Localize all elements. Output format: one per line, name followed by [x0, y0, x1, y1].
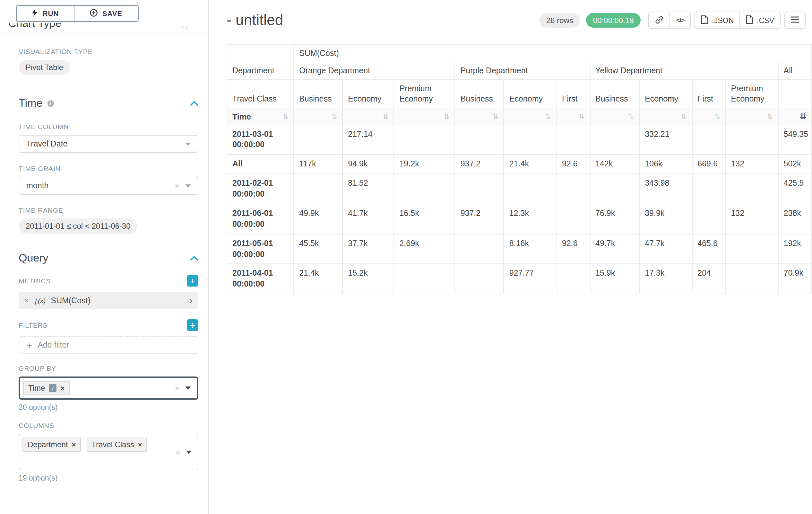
collapse-chevron-icon[interactable] [190, 101, 198, 106]
table-row: 2011-04-01 00:00:0021.4k15.2k927.7715.9k… [227, 264, 812, 294]
group-by-select[interactable]: Time i × × [19, 377, 198, 400]
sort-header-cell: ⇊ [778, 109, 812, 125]
sort-header-cell: ⇅ [692, 109, 725, 125]
data-cell [504, 174, 556, 204]
menu-button[interactable] [784, 11, 806, 29]
sort-icon[interactable]: ⇅ [331, 112, 337, 121]
info-icon [47, 100, 55, 107]
code-icon: </> [676, 17, 685, 24]
plus-circle-icon [90, 9, 98, 18]
time-column-label: TIME COLUMN [19, 123, 198, 130]
chart-header: - untitled 26 rows 00:00:00.18 </> [227, 11, 806, 29]
clear-icon[interactable]: × [176, 448, 180, 456]
data-cell: 16.5k [394, 204, 455, 234]
clear-icon[interactable]: × [175, 182, 180, 190]
group-by-options-hint: 20 option(s) [19, 404, 198, 411]
save-button[interactable]: SAVE [74, 5, 139, 22]
collapse-chevron-icon[interactable] [190, 256, 198, 261]
sort-icon[interactable]: ⇅ [383, 112, 388, 121]
run-button[interactable]: RUN [16, 5, 74, 22]
export-csv-button[interactable]: .CSV [740, 11, 781, 29]
add-metric-button[interactable]: + [187, 275, 198, 287]
corner-cell [227, 45, 294, 62]
time-column-select[interactable]: Travel Date [19, 135, 198, 153]
data-cell [725, 234, 778, 264]
view-query-button[interactable]: </> [670, 11, 691, 29]
time-grain-select[interactable]: month × [19, 177, 198, 195]
time-column-value: Travel Date [26, 139, 67, 148]
column-dimension-label-cell: Department [227, 62, 294, 79]
sort-icon[interactable]: ⇅ [628, 112, 634, 121]
share-link-button[interactable] [649, 11, 670, 29]
time-section-title: Time [19, 97, 42, 110]
add-filter-label: Add filter [37, 341, 69, 350]
sort-header-cell: ⇅ [556, 109, 590, 125]
data-cell: 12.3k [504, 204, 556, 234]
caret-down-icon[interactable] [186, 451, 191, 454]
columns-select[interactable]: Department × Travel Class × × [19, 434, 198, 470]
metric-name: SUM(Cost) [51, 296, 90, 305]
control-panel-sidebar: RUN SAVE Chart Type .. VISUALIZATION TYP… [0, 0, 209, 514]
sort-icon[interactable]: ⇅ [443, 112, 449, 121]
caret-down-icon[interactable] [185, 142, 191, 145]
sort-icon[interactable]: ⇅ [283, 112, 288, 120]
clear-icon[interactable]: × [175, 384, 180, 392]
data-cell: 19.2k [394, 155, 455, 174]
table-row: 2011-02-01 00:00:0081.52343.98425.5 [227, 174, 812, 204]
chip-remove-icon[interactable]: × [138, 441, 142, 448]
data-cell [556, 204, 590, 234]
row-header-cell: 2011-02-01 00:00:00 [227, 174, 294, 204]
add-filter-button[interactable]: + Add filter [19, 336, 198, 354]
viz-type-pill[interactable]: Pivot Table [19, 60, 70, 75]
data-cell: 106k [639, 155, 692, 174]
data-cell: 21.4k [294, 264, 343, 294]
sort-icon[interactable]: ⇅ [767, 112, 773, 121]
group-by-label: GROUP BY [19, 364, 198, 372]
metric-chip[interactable]: × ƒ(x) SUM(Cost) › [19, 292, 198, 309]
data-cell: 94.9k [343, 155, 394, 174]
caret-down-icon[interactable] [185, 386, 191, 390]
expand-chevron-icon[interactable]: › [189, 295, 193, 305]
sort-icon[interactable]: ⇅ [681, 112, 687, 121]
row-header-cell: 2011-05-01 00:00:00 [227, 234, 294, 264]
data-cell: 132 [725, 204, 778, 234]
group-by-chip-time[interactable]: Time i × [23, 381, 70, 395]
data-cell [455, 264, 504, 294]
document-icon [701, 16, 708, 25]
data-cell [394, 125, 455, 155]
chip-remove-icon[interactable]: × [60, 384, 64, 391]
subcolumn-header-cell: First [692, 79, 725, 109]
add-filter-plus-button[interactable]: + [187, 319, 198, 331]
data-cell: 332.21 [639, 125, 692, 155]
sort-icon[interactable]: ⇅ [492, 112, 498, 121]
remove-icon[interactable]: × [24, 297, 29, 304]
pivot-table: SUM(Cost)DepartmentOrange DepartmentPurp… [227, 44, 812, 294]
chip-remove-icon[interactable]: × [71, 441, 76, 448]
row-header-cell: 2011-03-01 00:00:00 [227, 125, 294, 155]
page-title: - untitled [227, 11, 283, 29]
data-cell: 15.9k [590, 264, 639, 294]
time-range-label: TIME RANGE [19, 206, 198, 214]
sort-icon[interactable]: ⇊ [800, 112, 806, 121]
sort-icon[interactable]: ⇅ [579, 112, 584, 121]
sort-header-cell: ⇅ [504, 109, 556, 125]
link-icon [655, 15, 664, 25]
sidebar-top: RUN SAVE Chart Type .. [0, 0, 208, 33]
run-save-group: RUN SAVE [16, 5, 200, 22]
time-range-pill[interactable]: 2011-01-01 ≤ col < 2011-06-30 [19, 218, 138, 234]
data-cell [455, 125, 504, 155]
data-cell: 132 [725, 155, 778, 174]
sort-icon[interactable]: ⇅ [714, 112, 720, 121]
table-row: 2011-03-01 00:00:00217.14332.21549.35 [227, 125, 812, 155]
save-button-label: SAVE [103, 10, 122, 17]
subcolumn-header-cell: Economy [343, 79, 394, 109]
chip-label: Department [28, 440, 68, 449]
column-chip-travel-class[interactable]: Travel Class × [86, 437, 147, 452]
clipped-heading-text: Chart Type [8, 23, 62, 30]
column-chip-department[interactable]: Department × [23, 437, 81, 452]
caret-down-icon[interactable] [185, 184, 191, 187]
export-json-button[interactable]: .JSON [695, 11, 741, 29]
clipped-section-indicator: .. [182, 23, 189, 30]
sort-icon[interactable]: ⇅ [545, 112, 551, 121]
chip-label: Time [28, 384, 45, 393]
